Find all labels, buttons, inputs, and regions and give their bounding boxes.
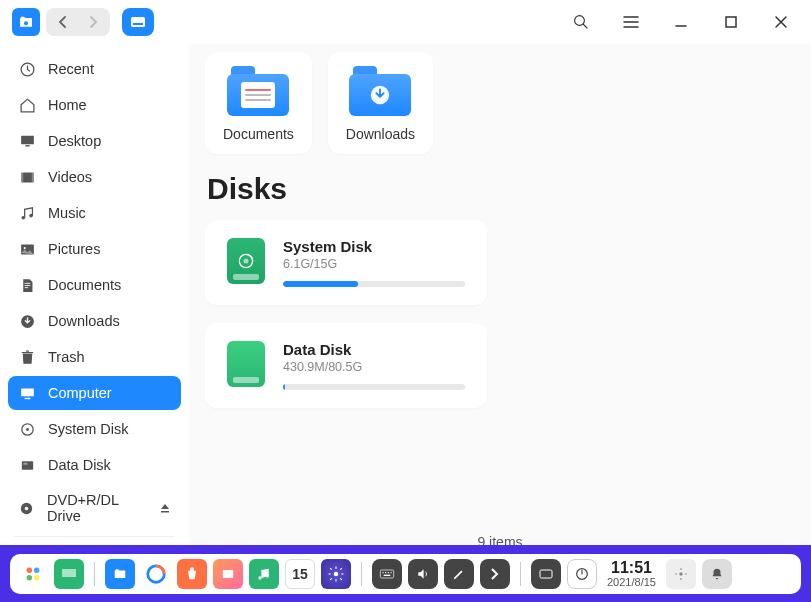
sidebar-item-label: Documents xyxy=(48,277,121,293)
close-button[interactable] xyxy=(771,12,791,32)
show-desktop-icon[interactable] xyxy=(54,559,84,589)
svg-point-0 xyxy=(24,21,28,25)
sidebar-item-recent[interactable]: Recent xyxy=(8,52,181,86)
settings-icon[interactable] xyxy=(321,559,351,589)
launcher-icon[interactable] xyxy=(18,559,48,589)
sidebar-item-label: Downloads xyxy=(48,313,120,329)
browser-icon[interactable] xyxy=(141,559,171,589)
image-viewer-icon[interactable] xyxy=(213,559,243,589)
disc-icon xyxy=(18,499,35,517)
clock-date: 2021/8/15 xyxy=(607,576,656,588)
sidebar-item-dvd-drive[interactable]: DVD+R/DL Drive xyxy=(8,484,181,532)
clock[interactable]: 11:51 2021/8/15 xyxy=(603,559,660,589)
sidebar-item-documents[interactable]: Documents xyxy=(8,268,181,302)
svg-point-40 xyxy=(385,572,386,573)
app-store-icon[interactable] xyxy=(177,559,207,589)
maximize-button[interactable] xyxy=(721,12,741,32)
section-title: Disks xyxy=(207,172,795,206)
volume-icon[interactable] xyxy=(408,559,438,589)
disk-icon xyxy=(227,238,265,284)
folder-icon xyxy=(349,66,411,116)
sidebar-item-label: Recent xyxy=(48,61,94,77)
sidebar-item-label: System Disk xyxy=(48,421,129,437)
forward-button[interactable] xyxy=(78,8,110,36)
svg-point-36 xyxy=(266,574,269,577)
sidebar-item-label: Pictures xyxy=(48,241,100,257)
svg-point-23 xyxy=(25,506,29,510)
svg-point-14 xyxy=(23,247,25,249)
search-icon[interactable] xyxy=(571,12,591,32)
sidebar-item-label: Computer xyxy=(48,385,112,401)
sidebar-item-label: DVD+R/DL Drive xyxy=(47,492,147,524)
sidebar-item-system-disk[interactable]: System Disk xyxy=(8,412,181,446)
power-icon[interactable] xyxy=(567,559,597,589)
svg-point-37 xyxy=(334,571,339,576)
sidebar-item-trash[interactable]: Trash xyxy=(8,340,181,374)
screen-icon[interactable] xyxy=(531,559,561,589)
clock-icon xyxy=(18,60,36,78)
home-icon xyxy=(18,96,36,114)
svg-rect-6 xyxy=(21,135,34,144)
svg-rect-2 xyxy=(133,23,143,25)
disk-icon xyxy=(18,456,36,474)
svg-point-39 xyxy=(382,572,383,573)
folder-label: Documents xyxy=(223,126,294,142)
sidebar: Recent Home Desktop Videos Music Picture… xyxy=(0,44,189,556)
folder-label: Downloads xyxy=(346,126,415,142)
sidebar-item-desktop[interactable]: Desktop xyxy=(8,124,181,158)
keyboard-icon[interactable] xyxy=(372,559,402,589)
svg-point-41 xyxy=(388,572,389,573)
minimize-button[interactable] xyxy=(671,12,691,32)
chevron-right-icon[interactable] xyxy=(480,559,510,589)
svg-rect-44 xyxy=(540,570,552,578)
back-button[interactable] xyxy=(46,8,78,36)
folder-documents[interactable]: Documents xyxy=(205,52,312,154)
sidebar-item-data-disk[interactable]: Data Disk xyxy=(8,448,181,482)
tray-settings-icon[interactable] xyxy=(666,559,696,589)
view-mode-button[interactable] xyxy=(122,8,154,36)
disk-system[interactable]: System Disk 6.1G/15G xyxy=(205,220,487,305)
svg-point-12 xyxy=(29,213,33,217)
svg-rect-17 xyxy=(24,397,30,398)
disk-progress xyxy=(283,384,465,390)
menu-icon[interactable] xyxy=(621,12,641,32)
main-content: Documents Downloads Disks xyxy=(189,44,811,556)
svg-point-28 xyxy=(34,567,39,573)
clock-time: 11:51 xyxy=(607,559,656,577)
disk-data[interactable]: Data Disk 430.9M/80.5G xyxy=(205,323,487,408)
music-icon xyxy=(18,204,36,222)
svg-point-42 xyxy=(390,572,391,573)
svg-rect-21 xyxy=(23,462,27,464)
folder-downloads[interactable]: Downloads xyxy=(328,52,433,154)
sidebar-item-music[interactable]: Music xyxy=(8,196,181,230)
disk-name: Data Disk xyxy=(283,341,465,358)
notifications-icon[interactable] xyxy=(702,559,732,589)
svg-rect-10 xyxy=(31,172,33,182)
sidebar-item-pictures[interactable]: Pictures xyxy=(8,232,181,266)
document-icon xyxy=(18,276,36,294)
sidebar-item-label: Data Disk xyxy=(48,457,111,473)
svg-point-35 xyxy=(258,576,261,579)
svg-point-19 xyxy=(26,428,29,431)
folder-icon xyxy=(227,66,289,116)
disk-name: System Disk xyxy=(283,238,465,255)
music-app-icon[interactable] xyxy=(249,559,279,589)
svg-rect-9 xyxy=(21,172,23,182)
picture-icon xyxy=(18,240,36,258)
sidebar-item-computer[interactable]: Computer xyxy=(8,376,181,410)
sidebar-item-videos[interactable]: Videos xyxy=(8,160,181,194)
titlebar xyxy=(0,0,811,44)
calendar-icon[interactable]: 15 xyxy=(285,559,315,589)
eject-icon[interactable] xyxy=(159,502,171,514)
svg-rect-38 xyxy=(380,570,393,578)
color-picker-icon[interactable] xyxy=(444,559,474,589)
file-manager-icon[interactable] xyxy=(105,559,135,589)
app-logo[interactable] xyxy=(12,8,40,36)
sidebar-item-label: Desktop xyxy=(48,133,101,149)
download-icon xyxy=(18,312,36,330)
svg-rect-43 xyxy=(384,574,391,575)
sidebar-item-downloads[interactable]: Downloads xyxy=(8,304,181,338)
sidebar-item-label: Trash xyxy=(48,349,85,365)
sidebar-item-home[interactable]: Home xyxy=(8,88,181,122)
svg-point-27 xyxy=(27,567,32,573)
